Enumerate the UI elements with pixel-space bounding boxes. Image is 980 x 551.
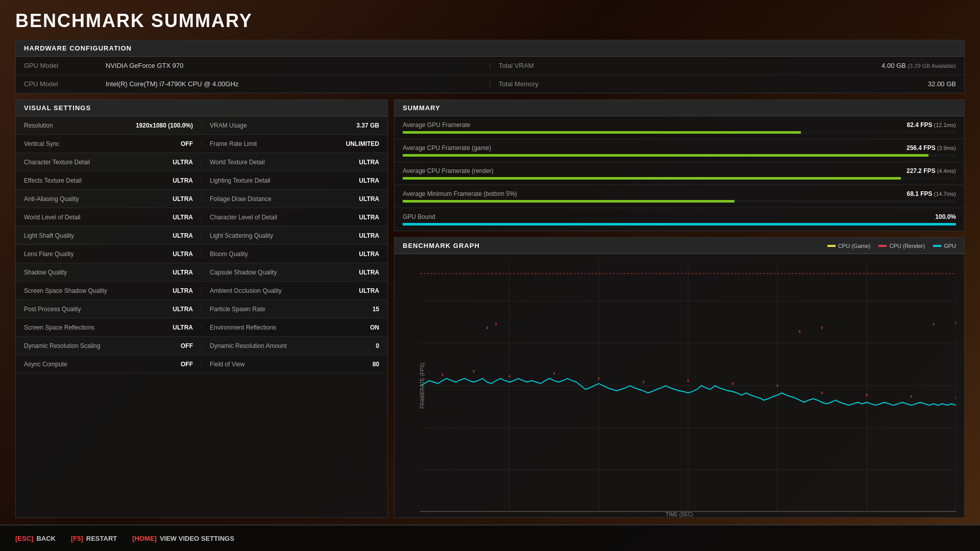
svg-point-27 <box>799 330 801 333</box>
setting-row: Vertical Sync OFF Frame Rate Limit UNLIM… <box>16 135 387 153</box>
legend-item: GPU <box>933 243 956 249</box>
memory-label: Total Memory <box>499 80 580 88</box>
setting-row: Screen Space Reflections ULTRA Environme… <box>16 318 387 337</box>
gpu-label: GPU Model <box>24 62 106 69</box>
svg-point-22 <box>776 384 778 387</box>
stat-row: Average CPU Framerate (game) 256.4 FPS (… <box>395 139 964 162</box>
setting-row: Character Texture Detail ULTRA World Tex… <box>16 153 387 171</box>
svg-point-32 <box>486 327 488 330</box>
svg-point-29 <box>933 323 935 326</box>
graph-panel: BENCHMARK GRAPH CPU (Game) CPU (Render) … <box>394 237 965 518</box>
legend-item: CPU (Game) <box>827 243 871 249</box>
page-title: BENCHMARK SUMMARY <box>15 10 965 32</box>
setting-right-7: Bloom Quality ULTRA <box>202 251 387 258</box>
setting-row: Anti-Aliasing Quality ULTRA Foliage Draw… <box>16 190 387 208</box>
vram-value: 4.00 GB (3.29 GB Available) <box>881 62 956 69</box>
svg-point-17 <box>553 372 555 375</box>
stat-row: GPU Bound 100.0% <box>395 208 964 231</box>
bottom-panels: VISUAL SETTINGS Resolution 980x551 (10… <box>15 99 965 518</box>
stat-row: Average Minimum Framerate (bottom 5%) 68… <box>395 185 964 208</box>
visual-settings-header: VISUAL SETTINGS <box>16 100 387 116</box>
setting-left-6: Light Shaft Quality ULTRA <box>16 232 202 239</box>
svg-point-21 <box>732 382 734 385</box>
setting-right-1: Frame Rate Limit UNLIMITED <box>202 140 387 147</box>
memory-value: 32.00 GB <box>928 80 956 88</box>
setting-right-3: Lighting Texture Detail ULTRA <box>202 177 387 184</box>
footer: [ESC] BACK [F5] RESTART [HOME] VIEW VIDE… <box>0 524 980 551</box>
setting-right-12: Dynamic Resolution Amount 0 <box>202 342 387 349</box>
svg-point-23 <box>821 391 823 394</box>
setting-left-10: Post Process Quality ULTRA <box>16 306 202 313</box>
setting-row: Async Compute OFF Field of View 80 <box>16 355 387 373</box>
setting-left-3: Effects Texture Detail ULTRA <box>16 177 202 184</box>
setting-row: Screen Space Shadow Quality ULTRA Ambien… <box>16 282 387 300</box>
vram-label: Total VRAM <box>499 62 580 69</box>
x-axis-label: TIME (SEC) <box>666 512 693 517</box>
setting-left-5: World Level of Detail ULTRA <box>16 214 202 221</box>
setting-row: Lens Flare Quality ULTRA Bloom Quality U… <box>16 245 387 263</box>
right-side: SUMMARY Average GPU Framerate 82.4 FPS (… <box>394 99 965 518</box>
setting-left-7: Lens Flare Quality ULTRA <box>16 251 202 258</box>
summary-header: SUMMARY <box>395 100 964 116</box>
hardware-header: HARDWARE CONFIGURATION <box>16 40 964 57</box>
graph-title: BENCHMARK GRAPH <box>403 242 827 249</box>
setting-left-2: Character Texture Detail ULTRA <box>16 159 202 166</box>
svg-point-15 <box>473 370 475 373</box>
stat-row: Average CPU Framerate (render) 227.2 FPS… <box>395 162 964 185</box>
setting-row: Dynamic Resolution Scaling OFF Dynamic R… <box>16 337 387 355</box>
svg-point-24 <box>866 394 868 397</box>
graph-area: 180 150 120 90 60 30 0 10 20 30 40 50 60 <box>395 254 964 517</box>
y-axis-label: FRAMERATE (FPS) <box>420 363 425 409</box>
setting-row: Effects Texture Detail ULTRA Lighting Te… <box>16 171 387 190</box>
setting-right-10: Particle Spawn Rate 15 <box>202 306 387 313</box>
setting-row: Light Shaft Quality ULTRA Light Scatteri… <box>16 227 387 245</box>
cpu-row: CPU Model Intel(R) Core(TM) i7-4790K CPU… <box>16 75 964 93</box>
setting-left-0: Resolution 980x551 (100.0%) <box>16 122 202 129</box>
svg-point-20 <box>687 379 689 382</box>
setting-left-13: Async Compute OFF <box>16 361 202 368</box>
legend-item: CPU (Render) <box>878 243 925 249</box>
setting-right-9: Ambient Occlusion Quality ULTRA <box>202 287 387 294</box>
setting-left-4: Anti-Aliasing Quality ULTRA <box>16 195 202 203</box>
svg-point-16 <box>508 375 510 378</box>
setting-row: Resolution 980x551 (100.0%) VRAM Usage… <box>16 116 387 135</box>
svg-point-28 <box>821 327 823 330</box>
graph-legend: CPU (Game) CPU (Render) GPU <box>827 243 956 249</box>
gpu-row: GPU Model NVIDIA GeForce GTX 970 Total V… <box>16 57 964 75</box>
setting-right-6: Light Scattering Quality ULTRA <box>202 232 387 239</box>
summary-panel: SUMMARY Average GPU Framerate 82.4 FPS (… <box>394 99 965 231</box>
svg-point-14 <box>442 373 444 377</box>
benchmark-graph-svg: 180 150 120 90 60 30 0 10 20 30 40 50 60 <box>420 259 956 512</box>
svg-point-19 <box>643 381 645 384</box>
graph-header: BENCHMARK GRAPH CPU (Game) CPU (Render) … <box>395 238 964 254</box>
footer-button[interactable]: [ESC] BACK <box>15 535 56 542</box>
svg-point-30 <box>955 321 956 324</box>
setting-right-8: Capsule Shadow Quality ULTRA <box>202 269 387 276</box>
setting-right-11: Environment Reflections ON <box>202 324 387 331</box>
svg-point-18 <box>598 377 600 380</box>
svg-point-25 <box>911 395 913 398</box>
svg-point-26 <box>955 396 956 399</box>
setting-right-13: Field of View 80 <box>202 361 387 368</box>
visual-settings-panel: VISUAL SETTINGS Resolution 980x551 (10… <box>15 99 388 518</box>
setting-row: World Level of Detail ULTRA Character Le… <box>16 208 387 227</box>
setting-right-2: World Texture Detail ULTRA <box>202 159 387 166</box>
footer-button[interactable]: [F5] RESTART <box>71 535 117 542</box>
cpu-value: Intel(R) Core(TM) i7-4790K CPU @ 4.00GHz <box>106 80 238 88</box>
setting-row: Post Process Quality ULTRA Particle Spaw… <box>16 300 387 318</box>
setting-left-12: Dynamic Resolution Scaling OFF <box>16 342 202 349</box>
svg-point-33 <box>495 323 497 326</box>
setting-left-9: Screen Space Shadow Quality ULTRA <box>16 287 202 294</box>
settings-grid: Resolution 980x551 (100.0%) VRAM Usage… <box>16 116 387 373</box>
setting-right-0: VRAM Usage 3.37 GB <box>202 122 387 129</box>
gpu-value: NVIDIA GeForce GTX 970 <box>106 62 183 69</box>
setting-row: Shadow Quality ULTRA Capsule Shadow Qual… <box>16 263 387 282</box>
cpu-label: CPU Model <box>24 80 106 88</box>
stat-row: Average GPU Framerate 82.4 FPS (12.1ms) <box>395 116 964 139</box>
setting-right-5: Character Level of Detail ULTRA <box>202 214 387 221</box>
setting-left-8: Shadow Quality ULTRA <box>16 269 202 276</box>
setting-left-11: Screen Space Reflections ULTRA <box>16 324 202 331</box>
setting-left-1: Vertical Sync OFF <box>16 140 202 147</box>
stats-container: Average GPU Framerate 82.4 FPS (12.1ms) … <box>395 116 964 231</box>
footer-button[interactable]: [HOME] VIEW VIDEO SETTINGS <box>132 535 234 542</box>
